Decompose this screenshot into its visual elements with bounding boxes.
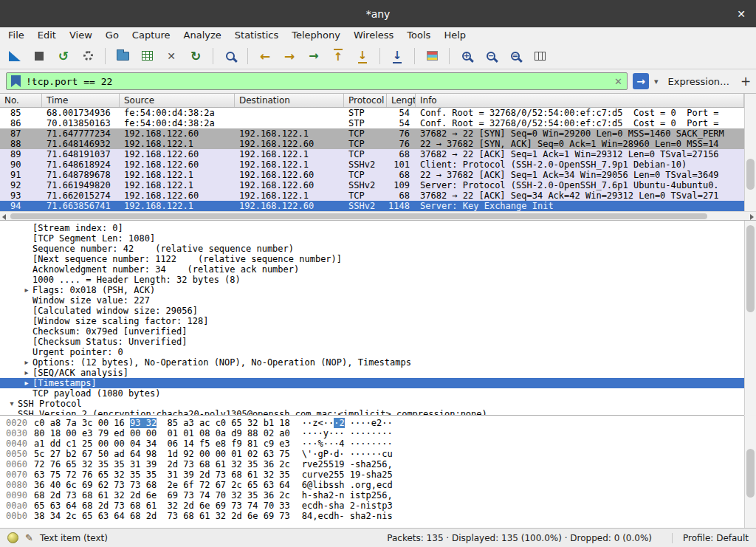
packet-row-91[interactable]: 9171.648789678192.168.122.1192.168.122.6…: [0, 170, 744, 180]
scroll-right-icon[interactable]: [750, 214, 754, 220]
add-filter-button[interactable]: +: [735, 74, 756, 89]
packet-list-vscrollbar[interactable]: [744, 94, 756, 211]
menu-capture[interactable]: Capture: [126, 27, 177, 43]
expander-expanded-icon[interactable]: ▾: [6, 399, 18, 409]
detail-line[interactable]: SSH Version 2 (encryption:chacha20-poly1…: [0, 409, 744, 415]
hex-row-0080[interactable]: 008036 40 6c 69 62 73 73 68 2e 6f 72 67 …: [0, 480, 744, 490]
detail-line[interactable]: TCP payload (1080 bytes): [0, 388, 744, 399]
detail-line[interactable]: ▸[SEQ/ACK analysis]: [0, 368, 744, 378]
packet-row-88[interactable]: 8871.648146932192.168.122.1192.168.122.6…: [0, 139, 744, 149]
menu-tools[interactable]: Tools: [400, 27, 437, 43]
column-header-length[interactable]: Length: [387, 94, 416, 107]
detail-line[interactable]: ▸[Timestamps]: [0, 378, 744, 388]
capture-comment-icon[interactable]: [25, 532, 33, 543]
packet-row-85[interactable]: 8568.001734936fe:54:00:d4:38:2aSTP54Conf…: [0, 108, 744, 118]
go-to-packet-button[interactable]: [303, 46, 324, 66]
save-file-button[interactable]: [137, 46, 157, 66]
filter-dropdown-icon[interactable]: ▾: [654, 77, 659, 86]
detail-line[interactable]: Urgent pointer: 0: [0, 347, 744, 357]
hex-row-0020[interactable]: 0020c0 a8 7a 3c 00 16 93 32 85 a3 ac c0 …: [0, 418, 744, 428]
menu-help[interactable]: Help: [437, 27, 472, 43]
clear-filter-icon[interactable]: ✕: [614, 76, 622, 87]
hex-row-0090[interactable]: 009068 2d 73 68 61 32 2d 6e 69 73 74 70 …: [0, 490, 744, 500]
packet-row-87[interactable]: 8771.647777234192.168.122.60192.168.122.…: [0, 128, 744, 139]
packet-row-90[interactable]: 9071.648618924192.168.122.60192.168.122.…: [0, 159, 744, 170]
menu-statistics[interactable]: Statistics: [228, 27, 285, 43]
scrollbar-thumb[interactable]: [746, 449, 755, 498]
statusbar-profile[interactable]: Profile: Default: [672, 533, 749, 543]
capture-options-button[interactable]: [78, 46, 98, 66]
filter-field[interactable]: ✕: [6, 72, 628, 90]
scrollbar-thumb[interactable]: [746, 159, 755, 190]
detail-line[interactable]: Sequence number: 42 (relative sequence n…: [0, 244, 744, 254]
apply-filter-button[interactable]: →: [633, 73, 649, 89]
stop-capture-button[interactable]: [29, 46, 49, 66]
expander-collapsed-icon[interactable]: ▸: [21, 357, 32, 368]
hex-vscrollbar[interactable]: [744, 416, 756, 528]
details-vscrollbar[interactable]: [744, 221, 756, 415]
column-header-time[interactable]: Time: [42, 94, 120, 107]
detail-line[interactable]: [TCP Segment Len: 1080]: [0, 233, 744, 244]
open-file-button[interactable]: [112, 46, 133, 66]
start-capture-button[interactable]: [4, 46, 25, 66]
expander-collapsed-icon[interactable]: ▸: [21, 285, 32, 295]
column-header-source[interactable]: Source: [120, 94, 235, 107]
titlebar[interactable]: *any ✕: [0, 0, 756, 27]
bookmark-icon[interactable]: [11, 75, 21, 87]
packet-row-93[interactable]: 9371.662015274192.168.122.60192.168.122.…: [0, 190, 744, 201]
packet-list-hscrollbar[interactable]: [0, 211, 756, 221]
detail-line[interactable]: ▾SSH Protocol: [0, 399, 744, 409]
go-forward-button[interactable]: [279, 46, 300, 66]
detail-line[interactable]: Checksum: 0x79ed [unverified]: [0, 326, 744, 337]
packet-row-94[interactable]: 9471.663856741192.168.122.1192.168.122.6…: [0, 201, 744, 211]
packet-row-86[interactable]: 8670.013850163fe:54:00:d4:38:2aSTP54Conf…: [0, 118, 744, 128]
zoom-100-button[interactable]: [505, 46, 526, 66]
zoom-out-button[interactable]: [481, 46, 501, 66]
scroll-left-icon[interactable]: [2, 214, 6, 220]
column-header-destination[interactable]: Destination: [235, 94, 344, 107]
detail-line[interactable]: Acknowledgment number: 34 (relative ack …: [0, 264, 744, 275]
close-file-button[interactable]: [161, 46, 182, 66]
detail-line[interactable]: [Stream index: 0]: [0, 223, 744, 233]
menu-analyze[interactable]: Analyze: [177, 27, 228, 43]
hex-row-0070[interactable]: 007063 75 72 76 65 32 35 35 31 39 2d 73 …: [0, 469, 744, 480]
packet-row-89[interactable]: 8971.648191037192.168.122.60192.168.122.…: [0, 149, 744, 159]
hex-row-0050[interactable]: 00505c 27 b2 67 50 ad 64 98 1d 92 00 00 …: [0, 449, 744, 459]
detail-line[interactable]: [Calculated window size: 29056]: [0, 306, 744, 316]
auto-scroll-button[interactable]: [387, 46, 408, 66]
menu-telephony[interactable]: Telephony: [285, 27, 347, 43]
menu-view[interactable]: View: [63, 27, 99, 43]
menu-file[interactable]: File: [1, 27, 31, 43]
menu-edit[interactable]: Edit: [31, 27, 63, 43]
expert-info-icon[interactable]: [7, 532, 18, 543]
close-icon[interactable]: ✕: [737, 8, 746, 20]
expression-button[interactable]: Expression…: [668, 76, 730, 87]
packet-row-92[interactable]: 9271.661949820192.168.122.1192.168.122.6…: [0, 180, 744, 190]
detail-line[interactable]: [Window size scaling factor: 128]: [0, 316, 744, 326]
filter-input[interactable]: [26, 76, 609, 87]
column-header-no[interactable]: No.: [0, 94, 42, 107]
hex-row-0030[interactable]: 003080 18 00 e3 79 ed 00 00 01 01 08 0a …: [0, 428, 744, 438]
hex-row-00a0[interactable]: 00a065 63 64 68 2d 73 68 61 32 2d 6e 69 …: [0, 500, 744, 511]
zoom-in-button[interactable]: [456, 46, 477, 66]
scrollbar-thumb[interactable]: [746, 225, 755, 312]
resize-columns-button[interactable]: [529, 46, 550, 66]
go-back-button[interactable]: [255, 46, 275, 66]
go-first-button[interactable]: [328, 46, 348, 66]
hex-row-00b0[interactable]: 00b038 34 2c 65 63 64 68 2d 73 68 61 32 …: [0, 511, 744, 521]
scrollbar-thumb[interactable]: [10, 213, 707, 219]
menu-go[interactable]: Go: [99, 27, 126, 43]
find-packet-button[interactable]: [220, 46, 241, 66]
expander-collapsed-icon[interactable]: ▸: [21, 378, 32, 388]
detail-line[interactable]: ▸Flags: 0x018 (PSH, ACK): [0, 285, 744, 295]
reload-button[interactable]: [185, 46, 206, 66]
expander-collapsed-icon[interactable]: ▸: [21, 368, 32, 378]
colorize-button[interactable]: [422, 46, 442, 66]
detail-line[interactable]: [Next sequence number: 1122 (relative se…: [0, 254, 744, 264]
menu-wireless[interactable]: Wireless: [347, 27, 400, 43]
column-header-protocol[interactable]: Protocol: [344, 94, 387, 107]
detail-line[interactable]: Window size value: 227: [0, 295, 744, 306]
restart-capture-button[interactable]: [53, 46, 74, 66]
detail-line[interactable]: [Checksum Status: Unverified]: [0, 337, 744, 347]
detail-line[interactable]: 1000 .... = Header Length: 32 bytes (8): [0, 275, 744, 285]
